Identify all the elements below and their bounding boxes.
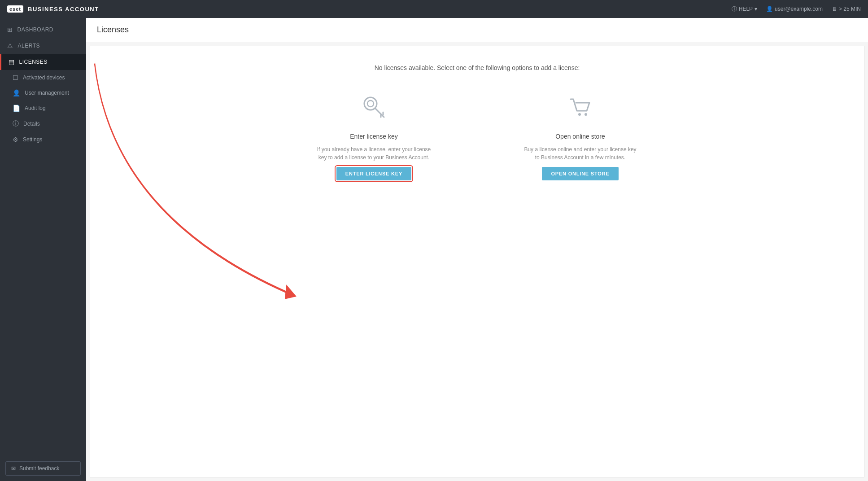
content-body: No licenses available. Select one of the… (90, 46, 864, 477)
sidebar-item-dashboard[interactable]: ⊞ DASHBOARD (0, 22, 86, 38)
open-store-option: Open online store Buy a license online a… (522, 94, 639, 180)
audit-log-icon: 📄 (13, 105, 20, 112)
sidebar-item-label: LICENSES (19, 59, 48, 65)
dashboard-icon: ⊞ (7, 26, 13, 33)
session-icon: 🖥 (832, 6, 837, 12)
enter-license-desc: If you already have a license, enter you… (316, 145, 432, 162)
topbar-help[interactable]: ⓘ HELP ▾ (732, 5, 757, 13)
session-label: > 25 MIN (839, 6, 861, 12)
topbar-left: eset BUSINESS ACCOUNT (7, 5, 99, 13)
content-area: Licenses No licenses available. Select o… (86, 18, 868, 481)
open-online-store-button[interactable]: OPEN ONLINE STORE (542, 167, 618, 180)
details-icon: ⓘ (13, 120, 19, 128)
key-icon (361, 94, 388, 126)
sidebar-subitem-label: Settings (23, 136, 42, 143)
license-options: Enter license key If you already have a … (275, 94, 679, 180)
sidebar-subitem-audit-log[interactable]: 📄 Audit log (0, 101, 86, 116)
licenses-icon: ▤ (9, 58, 15, 66)
sidebar-subitem-label: Activated devices (23, 74, 65, 81)
sidebar-subitem-details[interactable]: ⓘ Details (0, 116, 86, 132)
cart-icon (567, 94, 594, 126)
topbar-title: BUSINESS ACCOUNT (28, 6, 99, 13)
sidebar-subitem-settings[interactable]: ⚙ Settings (0, 132, 86, 147)
feedback-icon: ✉ (11, 465, 16, 472)
topbar-session: 🖥 > 25 MIN (832, 6, 861, 12)
user-icon: 👤 (766, 6, 773, 12)
help-label: HELP (739, 6, 753, 12)
sidebar: ⊞ DASHBOARD ⚠ ALERTS ▤ LICENSES ☐ Activa… (0, 18, 86, 481)
content-header: Licenses (86, 18, 868, 42)
alerts-icon: ⚠ (7, 42, 13, 49)
page-title: Licenses (97, 25, 857, 35)
svg-point-0 (364, 97, 377, 110)
settings-icon: ⚙ (13, 136, 18, 143)
topbar-right: ⓘ HELP ▾ 👤 user@example.com 🖥 > 25 MIN (732, 5, 861, 13)
feedback-label: Submit feedback (19, 465, 59, 472)
submit-feedback-button[interactable]: ✉ Submit feedback (5, 461, 81, 476)
user-management-icon: 👤 (13, 89, 20, 96)
sidebar-item-label: DASHBOARD (17, 26, 54, 33)
svg-point-1 (367, 101, 374, 107)
sidebar-subitem-user-management[interactable]: 👤 User management (0, 85, 86, 101)
topbar-user[interactable]: 👤 user@example.com (766, 6, 823, 12)
help-icon: ⓘ (732, 5, 737, 13)
sidebar-item-label: ALERTS (18, 43, 40, 49)
enter-license-option: Enter license key If you already have a … (316, 94, 432, 180)
sidebar-subitem-label: Details (23, 121, 40, 127)
sidebar-subitem-label: User management (25, 90, 69, 96)
enter-license-key-button[interactable]: ENTER LICENSE KEY (336, 167, 411, 180)
svg-point-6 (584, 113, 587, 116)
activated-devices-icon: ☐ (13, 74, 18, 81)
topbar: eset BUSINESS ACCOUNT ⓘ HELP ▾ 👤 user@ex… (0, 0, 868, 18)
sidebar-subitem-activated-devices[interactable]: ☐ Activated devices (0, 70, 86, 85)
open-store-title: Open online store (555, 133, 605, 140)
main-layout: ⊞ DASHBOARD ⚠ ALERTS ▤ LICENSES ☐ Activa… (0, 18, 868, 481)
open-store-desc: Buy a license online and enter your lice… (522, 145, 639, 162)
sidebar-item-alerts[interactable]: ⚠ ALERTS (0, 38, 86, 54)
no-licenses-message: No licenses available. Select one of the… (375, 64, 580, 71)
user-label: user@example.com (775, 6, 823, 12)
sidebar-subitem-label: Audit log (25, 105, 46, 111)
svg-point-5 (578, 113, 581, 116)
enter-license-title: Enter license key (350, 133, 398, 140)
help-chevron-icon: ▾ (755, 6, 757, 12)
sidebar-item-licenses[interactable]: ▤ LICENSES (0, 54, 86, 70)
eset-logo: eset (7, 5, 23, 13)
